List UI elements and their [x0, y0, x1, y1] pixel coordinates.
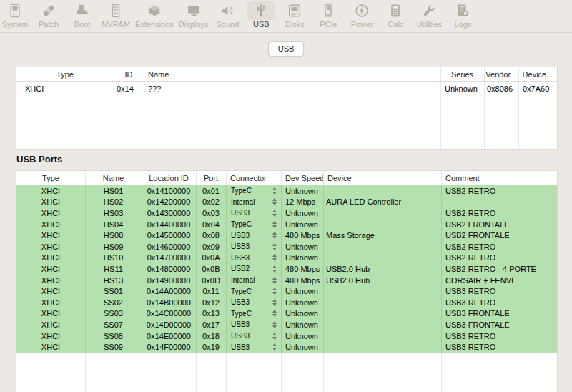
- column-divider: [441, 171, 442, 392]
- port-row-ss02[interactable]: XHCISS020x14B000000x12USB3UnknownUSB3 RE…: [16, 297, 557, 308]
- port-row-hs04[interactable]: XHCIHS040x144000000x04TypeCUnknownUSB2 F…: [16, 219, 557, 230]
- port-connector-popup[interactable]: USB3: [226, 209, 281, 217]
- toolbar-item-extensions[interactable]: Extensions: [135, 1, 174, 29]
- column-header-series[interactable]: Series: [440, 70, 484, 79]
- popup-stepper-icon[interactable]: [272, 221, 277, 228]
- popup-stepper-icon[interactable]: [272, 254, 277, 261]
- controller-row[interactable]: XHCI0x14???Unknown0x80860x7A60: [16, 82, 557, 96]
- port-comment: USB3 FRONTALE: [441, 320, 557, 329]
- toolbar-item-nvram[interactable]: NVRAM: [102, 1, 130, 29]
- port-connector-popup[interactable]: USB3: [226, 232, 281, 240]
- port-connector-popup[interactable]: USB3: [226, 254, 281, 262]
- port-connector-popup[interactable]: USB3: [226, 343, 281, 351]
- port-dev-speed: Unknown: [281, 187, 323, 195]
- column-header-type[interactable]: Type: [16, 70, 114, 79]
- port-row-ss09[interactable]: XHCISS090x14F000000x19USB3UnknownUSB3 RE…: [16, 341, 557, 353]
- toolbar-item-logs[interactable]: Logs: [448, 1, 477, 29]
- port-connector-popup[interactable]: USB2: [226, 265, 281, 273]
- toolbar-item-usb[interactable]: USB: [247, 1, 275, 29]
- port-connector-popup[interactable]: USB3: [226, 332, 281, 340]
- port-row-hs13[interactable]: XHCIHS130x149000000x0DInternal480 MbpsUS…: [16, 275, 557, 286]
- toolbar-item-system[interactable]: System: [1, 1, 29, 29]
- toolbar-item-displays[interactable]: Displays: [179, 1, 209, 29]
- column-header-device[interactable]: Device...: [518, 70, 557, 79]
- popup-stepper-icon[interactable]: [272, 288, 277, 295]
- popup-stepper-icon[interactable]: [272, 187, 277, 195]
- port-connector-popup[interactable]: TypeC: [226, 187, 281, 195]
- column-divider: [281, 171, 282, 392]
- port-location-id: 0x14E00000: [142, 332, 196, 340]
- popup-stepper-icon[interactable]: [272, 198, 277, 205]
- toolbar-item-sound[interactable]: Sound: [213, 1, 242, 29]
- port-location-id: 0x14500000: [142, 231, 196, 240]
- port-location-id: 0x14700000: [142, 253, 196, 262]
- popup-stepper-icon[interactable]: [272, 299, 277, 306]
- port-row-hs11[interactable]: XHCIHS110x148000000x0BUSB2480 MbpsUSB2.0…: [16, 263, 557, 275]
- port-row-hs09[interactable]: XHCIHS090x146000000x09USB3UnknownUSB2 RE…: [16, 241, 557, 253]
- column-header-connector[interactable]: Connector: [226, 174, 281, 182]
- port-type: XHCI: [16, 343, 85, 351]
- column-divider: [484, 67, 485, 149]
- controller-device-id: 0x7A60: [518, 84, 557, 93]
- port-connector-popup[interactable]: TypeC: [226, 310, 281, 318]
- port-row-ss03[interactable]: XHCISS030x14C000000x13TypeCUnknownUSB3 F…: [16, 308, 557, 320]
- toolbar-item-label: Calc: [388, 20, 403, 29]
- port-row-ss01[interactable]: XHCISS010x14A000000x11TypeCUnknownUSB3 R…: [16, 285, 557, 297]
- column-header-location-id[interactable]: Location ID: [142, 174, 196, 182]
- tab-usb[interactable]: USB: [268, 41, 305, 57]
- port-row-hs01[interactable]: XHCIHS010x141000000x01TypeCUnknownUSB2 R…: [16, 185, 557, 197]
- toolbar-item-calc[interactable]: Calc: [381, 1, 410, 29]
- popup-stepper-icon[interactable]: [272, 210, 277, 217]
- column-header-type[interactable]: Type: [16, 174, 85, 182]
- popup-stepper-icon[interactable]: [272, 310, 277, 317]
- toolbar-item-patch[interactable]: Patch: [34, 1, 63, 29]
- toolbar-item-power[interactable]: Power: [347, 1, 376, 29]
- port-connector-popup[interactable]: USB3: [226, 320, 281, 328]
- column-header-id[interactable]: ID: [114, 70, 144, 79]
- popup-stepper-icon[interactable]: [272, 232, 277, 239]
- package-box-icon: [140, 1, 169, 20]
- column-header-name[interactable]: Name: [144, 70, 440, 79]
- wrench-icon: [415, 1, 443, 20]
- popup-stepper-icon[interactable]: [272, 343, 277, 351]
- port-connector-popup[interactable]: Internal: [226, 276, 281, 284]
- connector-value: USB3: [231, 343, 250, 351]
- port-comment: USB2 FRONTALE: [441, 220, 557, 229]
- port-location-id: 0x14600000: [142, 242, 196, 251]
- port-row-ss08[interactable]: XHCISS080x14E000000x18USB3UnknownUSB3 RE…: [16, 330, 557, 342]
- port-comment: USB2 RETRO - 4 PORTE: [441, 265, 557, 273]
- port-number: 0x0D: [196, 276, 226, 285]
- port-type: XHCI: [16, 298, 85, 307]
- toolbar-item-utilities[interactable]: Utilities: [415, 1, 443, 29]
- toolbar-item-pcie[interactable]: PCIe: [314, 1, 342, 29]
- port-connector-popup[interactable]: USB3: [226, 298, 281, 306]
- port-connector-popup[interactable]: USB3: [226, 242, 281, 250]
- column-header-comment[interactable]: Comment: [441, 174, 557, 182]
- port-comment: USB3 FRONTALE: [441, 309, 557, 318]
- connector-value: USB3: [231, 332, 250, 340]
- controller-series: Unknown: [440, 84, 484, 93]
- popup-stepper-icon[interactable]: [272, 265, 277, 273]
- column-header-device[interactable]: Device: [323, 174, 441, 182]
- port-row-hs08[interactable]: XHCIHS080x145000000x08USB3480 MbpsMass S…: [16, 230, 557, 241]
- connector-value: TypeC: [231, 220, 252, 228]
- port-connector-popup[interactable]: TypeC: [226, 288, 281, 295]
- column-header-dev-speed[interactable]: Dev Speed: [281, 174, 323, 182]
- port-row-hs02[interactable]: XHCIHS020x142000000x02Internal12 MbpsAUR…: [16, 197, 557, 208]
- column-header-port[interactable]: Port: [196, 174, 226, 182]
- port-connector-popup[interactable]: Internal: [226, 198, 281, 206]
- port-number: 0x19: [196, 343, 226, 351]
- popup-stepper-icon[interactable]: [272, 321, 277, 328]
- popup-stepper-icon[interactable]: [272, 333, 277, 340]
- port-row-hs10[interactable]: XHCIHS100x147000000x0AUSB3UnknownUSB2 RE…: [16, 253, 557, 264]
- toolbar-item-boot[interactable]: Boot: [68, 1, 97, 29]
- port-connector-popup[interactable]: TypeC: [226, 220, 281, 228]
- column-header-name[interactable]: Name: [85, 174, 142, 182]
- classic-mac-icon: [1, 1, 29, 20]
- column-header-vendor[interactable]: Vendor...: [484, 70, 518, 79]
- port-row-ss07[interactable]: XHCISS070x14D000000x17USB3UnknownUSB3 FR…: [16, 319, 557, 330]
- popup-stepper-icon[interactable]: [272, 243, 277, 250]
- port-row-hs03[interactable]: XHCIHS030x143000000x03USB3UnknownUSB2 RE…: [16, 207, 557, 219]
- popup-stepper-icon[interactable]: [272, 277, 277, 284]
- toolbar-item-disks[interactable]: Disks: [280, 1, 309, 29]
